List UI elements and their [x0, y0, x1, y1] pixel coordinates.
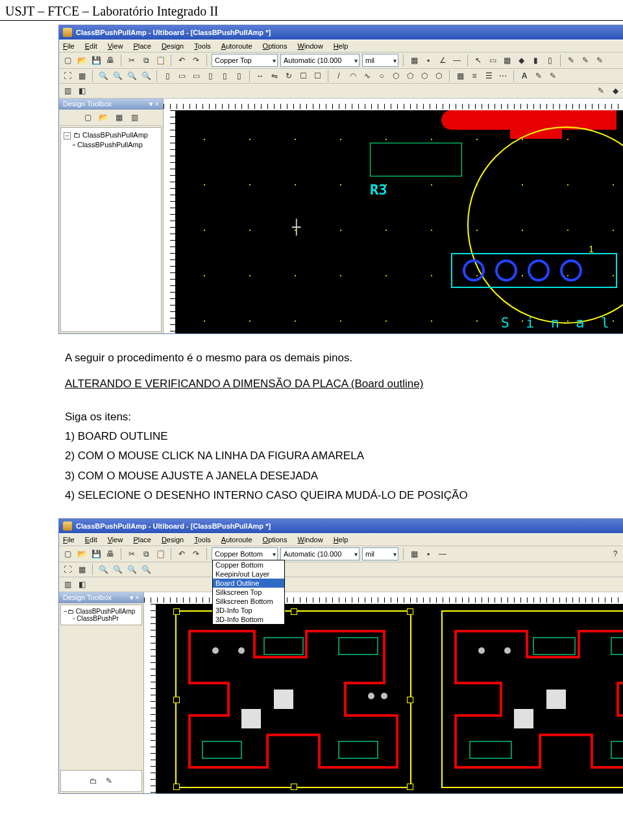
layer-dropdown-list[interactable]: Copper Bottom Keepin/out Layer Board Out…	[212, 560, 285, 625]
resize-handle[interactable]	[173, 608, 180, 615]
tool-icon[interactable]: ⬡	[419, 70, 430, 82]
resize-handle[interactable]	[407, 697, 413, 703]
place-icon[interactable]: ▥	[62, 85, 73, 97]
layer-combo[interactable]: Copper Bottom Copper Bottom Keepin/out L…	[212, 547, 278, 560]
print-icon[interactable]: 🖶	[104, 548, 116, 560]
menu-place[interactable]: Place	[132, 535, 153, 544]
zoom-in-icon[interactable]: 🔍	[97, 564, 109, 575]
redo-icon[interactable]: ↷	[190, 548, 202, 560]
tool-icon[interactable]: —	[437, 548, 448, 560]
tree-root[interactable]: −🗀 ClassBPushPullAmp	[64, 608, 139, 615]
menu-edit[interactable]: Edit	[84, 535, 99, 544]
menu-autoroute[interactable]: Autoroute	[220, 42, 254, 51]
arc-icon[interactable]: ◠	[347, 70, 359, 82]
paste-icon[interactable]: 📋	[154, 548, 166, 560]
menu-view[interactable]: View	[106, 535, 125, 544]
zoom-fit-icon[interactable]: 🔍	[140, 564, 152, 575]
menu-design[interactable]: Design	[160, 535, 185, 544]
tool-icon[interactable]: ✎	[565, 54, 577, 66]
tool-icon[interactable]: ◆	[515, 54, 527, 66]
tool-icon[interactable]: ▥	[128, 112, 140, 123]
zoom-out-icon[interactable]: 🔍	[112, 70, 123, 82]
menu-options[interactable]: Options	[262, 42, 289, 51]
menu-tools[interactable]: Tools	[193, 535, 212, 544]
layer-option[interactable]: Keepin/out Layer	[213, 570, 284, 579]
zoom-window-icon[interactable]: 🔍	[126, 564, 138, 575]
tool-icon[interactable]: ▦	[454, 70, 466, 82]
resize-handle[interactable]	[291, 608, 297, 615]
tool-icon[interactable]: ✎	[594, 54, 605, 66]
undo-icon[interactable]: ↶	[176, 54, 188, 66]
layer-option[interactable]: 3D-Info Bottom	[213, 615, 284, 624]
grid-combo[interactable]: Automatic (10.000	[280, 54, 360, 67]
open-icon[interactable]: 📂	[76, 548, 88, 560]
panel-close-icon[interactable]: ▾ ×	[149, 100, 159, 108]
resize-handle[interactable]	[173, 784, 180, 790]
tool-icon[interactable]: ▦	[501, 54, 513, 66]
tool-icon[interactable]: ▢	[82, 112, 93, 123]
tool-icon[interactable]: ▦	[408, 54, 420, 66]
select-icon[interactable]: ▭	[176, 70, 188, 82]
text-icon[interactable]: A	[519, 70, 530, 82]
save-icon[interactable]: 💾	[90, 548, 102, 560]
board-outline[interactable]	[441, 610, 623, 788]
menu-place[interactable]: Place	[132, 42, 153, 51]
project-tree[interactable]: −🗀 ClassBPushPullAmp ▫ ClassBPushPullAmp	[60, 127, 162, 332]
tool-icon[interactable]: ⬠	[404, 70, 416, 82]
layer-option[interactable]: Copper Bottom	[213, 560, 284, 570]
save-icon[interactable]: 💾	[90, 54, 102, 66]
tool-icon[interactable]: ▭	[487, 54, 498, 66]
select-icon[interactable]: ▯	[233, 70, 245, 82]
place-icon[interactable]: ▥	[62, 579, 73, 590]
full-icon[interactable]: ⛶	[62, 564, 73, 575]
zoom-in-icon[interactable]: 🔍	[97, 70, 109, 82]
resize-handle[interactable]	[291, 784, 297, 790]
new-icon[interactable]: ▢	[62, 548, 73, 560]
select-icon[interactable]: ▯	[162, 70, 173, 82]
tool-icon[interactable]: ∠	[437, 54, 448, 66]
menu-view[interactable]: View	[106, 42, 125, 51]
tool-icon[interactable]: ☰	[483, 70, 495, 82]
zoom-window-icon[interactable]: 🔍	[126, 70, 138, 82]
undo-icon[interactable]: ↶	[176, 548, 188, 560]
rotate-icon[interactable]: ↻	[283, 70, 295, 82]
help-icon[interactable]: ?	[609, 548, 621, 560]
cut-icon[interactable]: ✂	[126, 54, 138, 66]
menu-autoroute[interactable]: Autoroute	[220, 535, 254, 544]
tree-child[interactable]: ▫ ClassBPushPullAmp	[64, 140, 158, 149]
cut-icon[interactable]: ✂	[126, 548, 138, 560]
pcb-canvas[interactable]: R3 ┼ 1 S i n a l	[175, 110, 623, 333]
bezier-icon[interactable]: ∿	[361, 70, 373, 82]
menu-window[interactable]: Window	[296, 535, 324, 544]
layer-option-selected[interactable]: Board Outline	[213, 579, 284, 588]
resize-handle[interactable]	[407, 784, 413, 790]
tool-icon[interactable]: ▦	[113, 112, 125, 123]
tool-icon[interactable]: ⋯	[497, 70, 509, 82]
tool-icon[interactable]: 🗀	[88, 775, 99, 787]
tool-icon[interactable]: ✎	[547, 70, 559, 82]
select-icon[interactable]: ▭	[190, 70, 202, 82]
open-icon[interactable]: 📂	[76, 54, 88, 66]
project-tree[interactable]: −🗀 ClassBPushPullAmp ▫ ClassBPushPr	[60, 605, 142, 625]
resize-handle[interactable]	[173, 697, 180, 703]
tool-icon[interactable]: ☐	[297, 70, 309, 82]
tool-icon[interactable]: ▯	[544, 54, 556, 66]
new-icon[interactable]: ▢	[62, 54, 73, 66]
tool-icon[interactable]: ⬡	[390, 70, 402, 82]
connector-footprint[interactable]: 1	[451, 253, 617, 288]
tool-icon[interactable]: ☐	[312, 70, 323, 82]
tool-icon[interactable]: ≡	[469, 70, 480, 82]
menu-design[interactable]: Design	[160, 42, 185, 51]
unit-combo[interactable]: mil	[362, 54, 398, 67]
mirror-icon[interactable]: ⇋	[269, 70, 280, 82]
measure-icon[interactable]: ↔	[254, 70, 266, 82]
layer-option[interactable]: Silkscreen Top	[213, 588, 284, 597]
tool-icon[interactable]: ▪	[422, 548, 434, 560]
place-icon[interactable]: ◧	[76, 579, 88, 590]
select-icon[interactable]: ▯	[204, 70, 216, 82]
circle-icon[interactable]: ○	[376, 70, 387, 82]
board-outline-selected[interactable]	[175, 610, 411, 788]
resize-handle[interactable]	[407, 608, 413, 615]
layer-option[interactable]: 3D-Info Top	[213, 606, 284, 615]
panel-close-icon[interactable]: ▾ ×	[130, 594, 140, 602]
